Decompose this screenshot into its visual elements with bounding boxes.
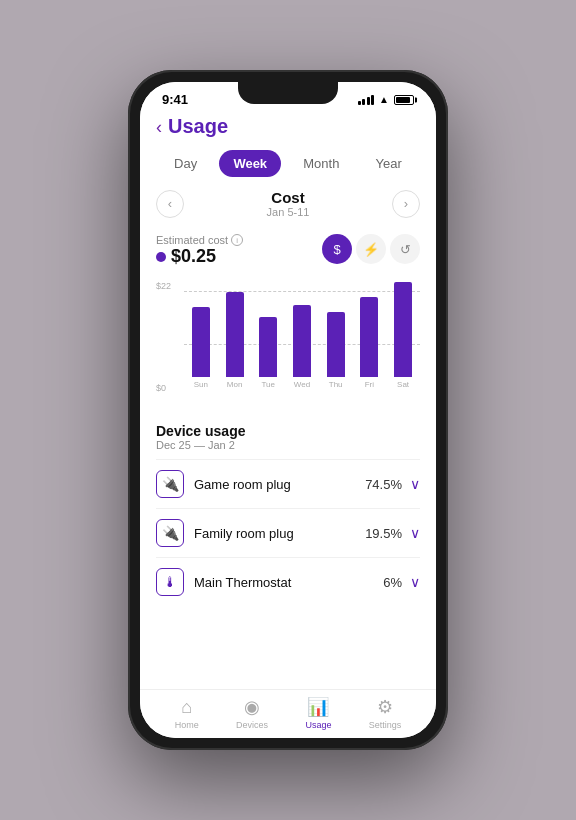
device-expand-game-room-plug[interactable]: ∨	[410, 476, 420, 492]
chart-y-top-label: $22	[156, 281, 171, 291]
device-name-main-thermostat: Main Thermostat	[194, 575, 291, 590]
battery-icon	[394, 95, 414, 105]
refresh-button[interactable]: ↺	[390, 234, 420, 264]
device-right: 74.5% ∨	[365, 476, 420, 492]
wifi-icon: ▲	[379, 94, 389, 105]
next-button[interactable]: ›	[392, 190, 420, 218]
bottom-nav-home[interactable]: ⌂ Home	[175, 697, 199, 730]
bottom-nav: ⌂ Home ◉ Devices 📊 Usage ⚙ Settings	[140, 689, 436, 738]
cost-row: Estimated cost i $0.25 $ ⚡ ↺	[140, 226, 436, 271]
prev-button[interactable]: ‹	[156, 190, 184, 218]
device-item-main-thermostat[interactable]: 🌡 Main Thermostat 6% ∨	[156, 557, 420, 606]
chart-inner: SunMonTueWedThuFriSat	[184, 279, 420, 409]
bottom-nav-usage[interactable]: 📊 Usage	[305, 696, 331, 730]
device-left: 🔌 Game room plug	[156, 470, 291, 498]
bar-label-tue: Tue	[262, 380, 276, 389]
device-item-game-room-plug[interactable]: 🔌 Game room plug 74.5% ∨	[156, 459, 420, 508]
device-item-family-room-plug[interactable]: 🔌 Family room plug 19.5% ∨	[156, 508, 420, 557]
estimated-label: Estimated cost i	[156, 234, 243, 246]
phone-wrapper: 9:41 ▲ ‹ Usage Day Week Month	[128, 70, 448, 750]
device-icon-family-room-plug: 🔌	[156, 519, 184, 547]
cost-buttons: $ ⚡ ↺	[322, 234, 420, 264]
bottom-nav-devices[interactable]: ◉ Devices	[236, 696, 268, 730]
bar-thu[interactable]	[327, 312, 345, 377]
cost-left: Estimated cost i $0.25	[156, 234, 243, 267]
nav-subtitle: Jan 5-11	[267, 206, 310, 218]
chart-container: $22 SunMonTueWedThuFriSat $0	[140, 271, 436, 413]
device-pct-family-room-plug: 19.5%	[365, 526, 402, 541]
bar-wed[interactable]	[293, 305, 311, 377]
device-icon-main-thermostat: 🌡	[156, 568, 184, 596]
device-right: 6% ∨	[383, 574, 420, 590]
device-icon-game-room-plug: 🔌	[156, 470, 184, 498]
header: ‹ Usage	[140, 111, 436, 146]
bolt-button[interactable]: ⚡	[356, 234, 386, 264]
signal-icon	[358, 95, 375, 105]
bar-tue[interactable]	[259, 317, 277, 377]
bar-label-thu: Thu	[329, 380, 343, 389]
bar-fri[interactable]	[360, 297, 378, 377]
bottom-nav-icon-devices: ◉	[244, 696, 260, 718]
page-title: Usage	[168, 115, 228, 138]
notch	[238, 82, 338, 104]
cost-value: $0.25	[156, 246, 243, 267]
info-icon[interactable]: i	[231, 234, 243, 246]
phone-screen: 9:41 ▲ ‹ Usage Day Week Month	[140, 82, 436, 738]
device-list: 🔌 Game room plug 74.5% ∨ 🔌 Family room p…	[156, 459, 420, 606]
device-pct-game-room-plug: 74.5%	[365, 477, 402, 492]
bar-col-sun: Sun	[192, 307, 210, 389]
bar-col-fri: Fri	[360, 297, 378, 389]
bottom-nav-icon-home: ⌂	[181, 697, 192, 718]
bar-sat[interactable]	[394, 282, 412, 377]
status-time: 9:41	[162, 92, 188, 107]
device-usage-subtitle: Dec 25 — Jan 2	[156, 439, 420, 451]
tabs-container: Day Week Month Year	[140, 146, 436, 185]
back-button[interactable]: ‹	[156, 118, 162, 136]
bottom-nav-label-home: Home	[175, 720, 199, 730]
device-expand-main-thermostat[interactable]: ∨	[410, 574, 420, 590]
bar-sun[interactable]	[192, 307, 210, 377]
bar-col-wed: Wed	[293, 305, 311, 389]
device-usage-title: Device usage	[156, 423, 420, 439]
device-pct-main-thermostat: 6%	[383, 575, 402, 590]
device-right: 19.5% ∨	[365, 525, 420, 541]
device-expand-family-room-plug[interactable]: ∨	[410, 525, 420, 541]
nav-title-block: Cost Jan 5-11	[267, 189, 310, 218]
bottom-nav-label-settings: Settings	[369, 720, 402, 730]
bottom-nav-settings[interactable]: ⚙ Settings	[369, 696, 402, 730]
bottom-nav-label-usage: Usage	[305, 720, 331, 730]
bottom-nav-label-devices: Devices	[236, 720, 268, 730]
device-name-family-room-plug: Family room plug	[194, 526, 294, 541]
tab-day[interactable]: Day	[160, 150, 211, 177]
main-content: ‹ Usage Day Week Month Year ‹ Cost Jan 5…	[140, 111, 436, 689]
device-usage-section: Device usage Dec 25 — Jan 2 🔌 Game room …	[140, 413, 436, 610]
device-left: 🌡 Main Thermostat	[156, 568, 291, 596]
bar-col-sat: Sat	[394, 282, 412, 389]
nav-title: Cost	[267, 189, 310, 206]
bar-col-tue: Tue	[259, 317, 277, 389]
bar-label-mon: Mon	[227, 380, 243, 389]
bottom-nav-icon-settings: ⚙	[377, 696, 393, 718]
cost-dot	[156, 252, 166, 262]
bar-label-sat: Sat	[397, 380, 409, 389]
bar-label-fri: Fri	[365, 380, 374, 389]
dollar-button[interactable]: $	[322, 234, 352, 264]
bar-col-thu: Thu	[327, 312, 345, 389]
bar-label-wed: Wed	[294, 380, 310, 389]
bars-row: SunMonTueWedThuFriSat	[184, 279, 420, 389]
bottom-nav-icon-usage: 📊	[307, 696, 329, 718]
bar-col-mon: Mon	[226, 292, 244, 389]
device-name-game-room-plug: Game room plug	[194, 477, 291, 492]
nav-row: ‹ Cost Jan 5-11 ›	[140, 185, 436, 226]
chart-y-bottom-label: $0	[156, 383, 166, 393]
bar-mon[interactable]	[226, 292, 244, 377]
status-icons: ▲	[358, 94, 414, 105]
tab-year[interactable]: Year	[362, 150, 416, 177]
tab-week[interactable]: Week	[219, 150, 281, 177]
device-left: 🔌 Family room plug	[156, 519, 294, 547]
bar-label-sun: Sun	[194, 380, 208, 389]
tab-month[interactable]: Month	[289, 150, 353, 177]
